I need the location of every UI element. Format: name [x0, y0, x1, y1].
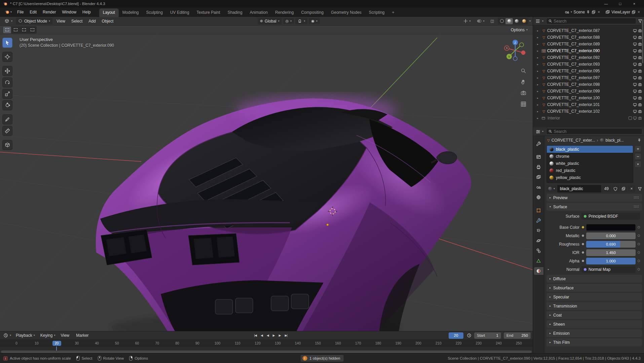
new-viewlayer-icon[interactable] — [632, 10, 636, 14]
shading-wireframe-button[interactable] — [498, 18, 505, 24]
navigation-gizmo[interactable]: Z X Y — [503, 38, 527, 63]
frame-end-field[interactable]: End250 — [504, 332, 531, 339]
notification-pill[interactable]: ! 1 object(s) hidden — [300, 355, 343, 362]
material-slot[interactable]: yellow_plastic — [547, 174, 633, 181]
viewport-visibility-icon[interactable] — [633, 49, 637, 53]
material-slot[interactable]: black_plastic — [547, 146, 633, 153]
properties-editor-type[interactable]: ▾ — [535, 129, 544, 135]
outliner-object-row[interactable]: ▸ ▽ CORVETTE_C7_exterior.093 — [533, 61, 644, 68]
material-name-field[interactable]: black_plastic — [557, 185, 601, 192]
slot-specials-button[interactable]: ▾ — [635, 161, 641, 168]
panel-header[interactable]: ▸ Coat — [546, 311, 642, 319]
metallic-slider[interactable]: 0.000 — [586, 232, 636, 239]
alpha-slider[interactable]: 1.000 — [586, 258, 636, 264]
expand-icon[interactable]: ▸ — [537, 56, 540, 59]
tab-particles[interactable] — [534, 227, 543, 234]
workspace-tab[interactable]: Scripting — [365, 8, 388, 17]
shader-selector[interactable]: Principled BSDF — [581, 213, 640, 220]
expand-icon[interactable]: ▸ — [537, 36, 540, 39]
timeline-scrollbar[interactable] — [1, 351, 532, 353]
viewport-visibility-icon[interactable] — [633, 56, 637, 60]
material-slot[interactable]: chrome — [547, 153, 633, 160]
outliner-object-row[interactable]: ▸ ▽ CORVETTE_C7_exterior.102 — [533, 108, 644, 115]
panel-header[interactable]: ▸ Sheen — [546, 320, 642, 328]
select-subtract-button[interactable] — [20, 27, 28, 33]
transport-button[interactable]: |◀ — [253, 333, 258, 338]
3d-viewport-canvas[interactable]: User Perspective (20) Scene Collection |… — [0, 34, 533, 331]
outliner-editor-type[interactable]: ▾ — [535, 18, 544, 24]
tab-output[interactable] — [534, 163, 543, 171]
panel-header[interactable]: ▸ Specular — [546, 293, 642, 301]
panel-header[interactable]: ▸ Diffuse — [546, 275, 642, 283]
viewlayer-selector[interactable]: ViewLayer × — [605, 10, 641, 14]
render-visibility-icon[interactable] — [638, 109, 642, 113]
minimize-button[interactable]: — — [599, 2, 613, 6]
expand-icon[interactable]: ▸ — [537, 29, 540, 32]
annotate-tool[interactable] — [2, 114, 12, 124]
tab-view-layer[interactable] — [534, 173, 543, 181]
pivot-point-selector[interactable]: ◎▾ — [283, 18, 294, 24]
zoom-icon[interactable] — [519, 67, 527, 75]
camera-view-icon[interactable] — [519, 89, 527, 97]
panel-header[interactable]: ▸ Emission — [546, 329, 642, 337]
workspace-tab[interactable]: Shading — [224, 8, 246, 17]
render-visibility-icon[interactable] — [638, 29, 642, 33]
browse-material-button[interactable]: ▾ — [546, 185, 557, 192]
topbar-menu-item[interactable]: Render — [40, 8, 59, 16]
expand-icon[interactable]: ▸ — [537, 63, 540, 66]
show-gizmo-toggle[interactable]: ▾ — [461, 18, 473, 24]
outliner-search-input[interactable] — [554, 19, 634, 24]
tab-physics[interactable] — [534, 237, 543, 245]
workspace-tab[interactable]: Texture Paint — [193, 8, 224, 17]
remove-viewlayer-button[interactable]: × — [637, 10, 641, 14]
panel-header[interactable]: ▸ Thin Film — [546, 338, 642, 346]
timeline-menu-item[interactable]: Keying▾ — [38, 332, 58, 339]
outliner-object-row[interactable]: ▸ ▽ CORVETTE_C7_exterior.097 — [533, 74, 644, 81]
pan-hand-icon[interactable] — [519, 78, 527, 86]
timeline-ruler[interactable]: 0102030405060708090100110120130140150160… — [0, 340, 533, 347]
timeline-menu-item[interactable]: Marker — [73, 332, 92, 339]
material-users-count[interactable]: 49 — [602, 185, 611, 192]
ortho-toggle-icon[interactable] — [519, 100, 527, 108]
viewport-visibility-icon[interactable] — [633, 29, 637, 33]
animate-decorator-icon[interactable] — [638, 260, 640, 262]
workspace-tab[interactable]: + — [388, 8, 398, 17]
outliner-object-row[interactable]: ▸ ▽ CORVETTE_C7_exterior.100 — [533, 95, 644, 101]
tab-constraints[interactable] — [534, 247, 543, 255]
ior-slider[interactable]: 1.450 — [586, 249, 636, 256]
remove-slot-button[interactable]: − — [635, 153, 641, 160]
render-visibility-icon[interactable] — [638, 62, 642, 66]
material-slot[interactable]: red_plastic — [547, 167, 633, 174]
panel-header[interactable]: ▸ Transmission — [546, 302, 642, 310]
render-visibility-icon[interactable] — [638, 42, 642, 46]
topbar-menu-item[interactable]: File — [14, 8, 27, 16]
timeline-menu-item[interactable]: View — [58, 332, 73, 339]
expand-icon[interactable]: ▸ — [537, 97, 540, 100]
editor-type-selector[interactable]: ▾ — [2, 17, 15, 25]
viewport-visibility-icon[interactable] — [633, 82, 637, 86]
filter-icon[interactable] — [638, 187, 642, 191]
tab-world[interactable] — [534, 193, 543, 201]
roughness-slider[interactable]: 0.690 — [586, 241, 636, 248]
tab-object[interactable] — [534, 207, 543, 214]
transport-button[interactable]: ▶ — [271, 333, 276, 338]
preview-range-clock-icon[interactable] — [467, 333, 471, 338]
shading-solid-button[interactable] — [505, 18, 513, 24]
viewport-visibility-icon[interactable] — [633, 76, 637, 80]
viewport-visibility-icon[interactable] — [633, 116, 637, 120]
move-tool[interactable] — [2, 66, 12, 76]
render-visibility-icon[interactable] — [638, 35, 642, 39]
toggle-xray[interactable]: ◫ — [488, 18, 496, 24]
render-visibility-icon[interactable] — [638, 49, 642, 53]
expand-icon[interactable]: ▸ — [537, 90, 540, 93]
workspace-tab[interactable]: Layout — [99, 8, 119, 17]
base-color-swatch[interactable] — [586, 224, 636, 231]
proportional-editing-toggle[interactable]: ◉▾ — [309, 18, 320, 24]
viewport-visibility-icon[interactable] — [633, 89, 637, 93]
transform-orientation-selector[interactable]: ⊕ Global ▾ — [258, 18, 282, 25]
outliner-object-row[interactable]: ▸ ▽ CORVETTE_C7_exterior.089 — [533, 41, 644, 47]
outliner-search[interactable] — [546, 18, 636, 24]
select-box-tool[interactable] — [2, 38, 12, 48]
render-visibility-icon[interactable] — [638, 89, 642, 93]
select-set-button[interactable] — [3, 27, 11, 33]
